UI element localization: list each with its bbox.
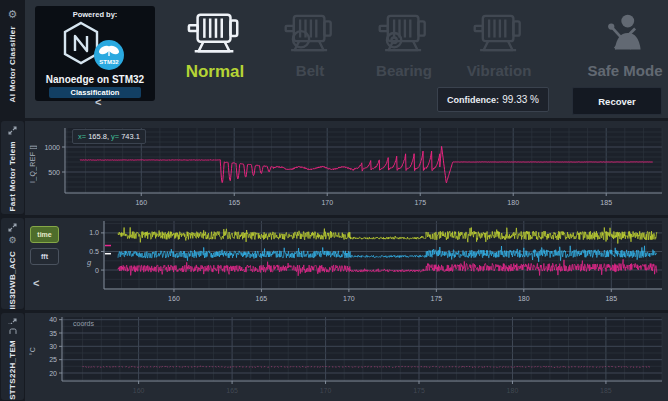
svg-text:40: 40 [49, 316, 57, 323]
status-label: Vibration [453, 62, 545, 79]
svg-text:35: 35 [49, 330, 57, 337]
collapse-arrow[interactable]: < [33, 278, 39, 289]
motor-icon [358, 8, 450, 58]
app-root: ⚙ AI Motor Classifier Fast Motor Telem ⚙… [0, 0, 668, 401]
tooltip-x-label: x= [78, 132, 86, 141]
svg-text:175: 175 [431, 295, 443, 302]
status-vibration: Vibration [453, 8, 545, 79]
svg-text:170: 170 [320, 387, 332, 394]
safe-mode-icon [579, 8, 668, 58]
svg-text:1.0: 1.0 [89, 229, 99, 236]
svg-text:170: 170 [321, 199, 333, 206]
svg-text:165: 165 [228, 199, 240, 206]
status-normal: Normal [169, 8, 261, 82]
coords-annotation: coords [73, 320, 94, 327]
chart-tooltip: x= 165.8, y= 743.1 [72, 129, 146, 144]
sidebar-item-fast-motor-telem[interactable]: Fast Motor Telem [1, 121, 24, 214]
svg-text:0: 0 [95, 267, 99, 274]
svg-text:165: 165 [256, 295, 268, 302]
expand-icon[interactable] [8, 318, 17, 324]
status-bearing: Bearing [358, 8, 450, 79]
svg-text:500: 500 [48, 169, 60, 176]
y-axis-label: I_Q_REF [] [29, 145, 36, 183]
motor-icon [453, 8, 545, 58]
sidebar-item-label: Fast Motor Telem [8, 141, 17, 211]
sidebar-item-label: STTS22H_TEM [8, 340, 17, 400]
sidebar: ⚙ AI Motor Classifier Fast Motor Telem ⚙… [0, 0, 25, 401]
status-safe-mode: Safe Mode [579, 8, 668, 79]
tooltip-y-value: 743.1 [121, 132, 140, 141]
temperature-panel: 2025303540160165170175180185 °C coords [25, 313, 668, 401]
status-label: Bearing [358, 62, 450, 79]
svg-text:185: 185 [605, 295, 617, 302]
sidebar-item-ai-motor-classifier[interactable]: ⚙ AI Motor Classifier [1, 4, 24, 116]
brand-title: Nanoedge on STM32 [35, 74, 155, 85]
tooltip-x-value: 165.8, [88, 132, 109, 141]
motor-telemetry-panel: 5001000160165170175180185 I_Q_REF [] x= … [25, 121, 668, 215]
sidebar-item-label: IIS3DWB_ACC [8, 251, 17, 309]
powered-by-label: Powered by: [35, 10, 155, 19]
confidence-box: Confidence: 99.33 % [437, 87, 549, 112]
gear-icon[interactable]: ⚙ [8, 9, 18, 20]
tooltip-y-label: y= [111, 132, 119, 141]
svg-text:0.5: 0.5 [89, 248, 99, 255]
sidebar-item-label: AI Motor Classifier [8, 26, 17, 102]
time-button[interactable]: time [30, 226, 59, 243]
temperature-chart[interactable]: 2025303540160165170175180185 [25, 313, 668, 401]
confidence-value: 99.33 % [502, 94, 539, 105]
stm32-badge: STM32 [93, 39, 125, 71]
status-belt: Belt [264, 8, 356, 79]
header-panel: Powered by: STM32 Nanoedge on STM32 Clas… [25, 0, 668, 118]
sidebar-item-iis3dwb-acc[interactable]: ⚙ IIS3DWB_ACC [1, 218, 24, 309]
collapse-arrow[interactable]: < [95, 97, 101, 108]
svg-text:180: 180 [518, 295, 530, 302]
svg-text:1000: 1000 [44, 144, 60, 151]
svg-text:160: 160 [133, 387, 145, 394]
svg-text:165: 165 [226, 387, 238, 394]
status-label: Safe Mode [579, 62, 668, 79]
svg-text:185: 185 [600, 387, 612, 394]
svg-text:20: 20 [49, 370, 57, 377]
svg-text:170: 170 [343, 295, 355, 302]
sidebar-item-stts22h-tem[interactable]: STTS22H_TEM [1, 313, 24, 400]
svg-text:160: 160 [168, 295, 180, 302]
square-icon[interactable] [9, 328, 17, 334]
motor-icon [169, 8, 261, 58]
svg-text:160: 160 [135, 199, 147, 206]
svg-text:25: 25 [49, 356, 57, 363]
svg-text:175: 175 [414, 199, 426, 206]
accelerometer-chart[interactable]: 00.51.0160165170175180185 [25, 218, 668, 310]
accelerometer-panel: 00.51.0160165170175180185 g time fft < [25, 218, 668, 310]
y-axis-label: g [87, 258, 91, 267]
status-label: Normal [169, 62, 261, 82]
svg-text:175: 175 [413, 387, 425, 394]
gear-icon[interactable]: ⚙ [8, 236, 16, 245]
recover-button[interactable]: Recover [572, 87, 662, 115]
expand-icon[interactable] [8, 126, 17, 135]
fft-button[interactable]: fft [30, 248, 59, 265]
confidence-label: Confidence: [447, 95, 499, 105]
stm32-badge-text: STM32 [99, 59, 119, 65]
svg-text:30: 30 [49, 343, 57, 350]
status-label: Belt [264, 62, 356, 79]
expand-icon[interactable] [8, 223, 17, 232]
motor-icon [264, 8, 356, 58]
svg-text:185: 185 [600, 199, 612, 206]
svg-text:180: 180 [507, 199, 519, 206]
y-axis-label: °C [29, 347, 36, 355]
svg-text:180: 180 [507, 387, 519, 394]
brand-card: Powered by: STM32 Nanoedge on STM32 Clas… [35, 6, 155, 101]
